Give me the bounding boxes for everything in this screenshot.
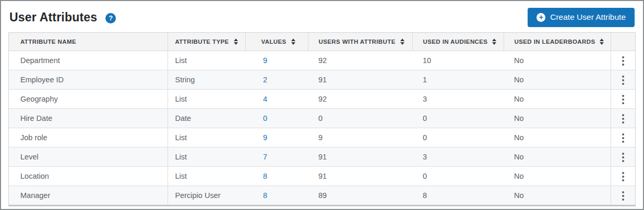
used-in-audiences-cell: 3: [412, 89, 504, 108]
users-with-attribute-cell: 91: [308, 70, 412, 89]
attribute-name-cell: Job role: [9, 128, 168, 147]
used-in-audiences-cell: 0: [412, 128, 504, 147]
table-row: Hire Date Date 0 0 0 No: [9, 108, 635, 128]
attribute-name-cell: Department: [9, 51, 168, 70]
attribute-name-cell: Level: [9, 147, 168, 166]
attribute-name-cell: Employee ID: [9, 70, 168, 89]
used-in-audiences-cell: 0: [412, 166, 504, 186]
used-in-leaderboards-cell: No: [504, 51, 611, 70]
attribute-name-cell: Hire Date: [9, 108, 168, 128]
used-in-audiences-cell: 0: [412, 108, 504, 128]
attribute-type-cell: String: [168, 70, 245, 89]
attribute-type-cell: List: [168, 147, 245, 166]
table-row: Department List 9 92 10 No: [9, 51, 635, 70]
column-header-attribute-type[interactable]: ATTRIBUTE TYPE: [168, 33, 245, 51]
sort-icon: [291, 39, 295, 45]
values-link[interactable]: 4: [263, 95, 267, 103]
attribute-type-cell: Percipio User: [168, 186, 245, 205]
values-link[interactable]: 7: [263, 153, 267, 161]
table-row: Level List 7 91 3 No: [9, 147, 635, 166]
users-with-attribute-cell: 9: [308, 128, 412, 147]
values-link[interactable]: 9: [263, 133, 267, 142]
table-row: Employee ID String 2 91 1 No: [9, 70, 635, 89]
users-with-attribute-cell: 92: [308, 51, 412, 70]
create-button-label: Create User Attribute: [550, 13, 626, 22]
attribute-name-cell: Manager: [9, 186, 168, 205]
users-with-attribute-cell: 92: [308, 89, 412, 108]
column-header-values[interactable]: VALUES: [245, 33, 308, 51]
values-link[interactable]: 9: [263, 56, 267, 65]
kebab-menu-icon[interactable]: [617, 130, 629, 146]
used-in-leaderboards-cell: No: [504, 166, 611, 186]
kebab-menu-icon[interactable]: [617, 188, 629, 204]
values-link[interactable]: 0: [263, 114, 267, 122]
used-in-audiences-cell: 10: [412, 51, 504, 70]
table-row: Manager Percipio User 8 89 8 No: [9, 186, 635, 205]
table-body: Department List 9 92 10 No Employee ID S…: [9, 51, 635, 205]
kebab-menu-icon[interactable]: [617, 169, 629, 184]
attribute-type-cell: Date: [168, 108, 245, 128]
used-in-audiences-cell: 8: [412, 186, 504, 205]
used-in-audiences-cell: 1: [412, 70, 504, 89]
used-in-audiences-cell: 3: [412, 147, 504, 166]
sort-icon: [400, 39, 404, 45]
attribute-type-cell: List: [168, 128, 245, 147]
used-in-leaderboards-cell: No: [504, 108, 611, 128]
kebab-menu-icon[interactable]: [617, 72, 629, 88]
table-row: Location List 8 91 0 No: [9, 166, 635, 186]
users-with-attribute-cell: 0: [308, 108, 412, 128]
attribute-type-cell: List: [168, 51, 245, 70]
used-in-leaderboards-cell: No: [504, 186, 611, 205]
page-title: User Attributes: [9, 10, 97, 24]
table-row: Geography List 4 92 3 No: [9, 89, 635, 108]
attribute-name-cell: Geography: [9, 89, 168, 108]
title-group: User Attributes ?: [9, 10, 116, 24]
kebab-menu-icon[interactable]: [617, 111, 629, 127]
attribute-name-cell: Location: [9, 166, 168, 186]
attribute-type-cell: List: [168, 89, 245, 108]
used-in-leaderboards-cell: No: [504, 89, 611, 108]
column-header-attribute-name: ATTRIBUTE NAME: [9, 33, 168, 51]
used-in-leaderboards-cell: No: [504, 147, 611, 166]
values-link[interactable]: 8: [263, 191, 267, 200]
column-header-used-in-leaderboards[interactable]: USED IN LEADERBOARDS: [504, 33, 611, 51]
kebab-menu-icon[interactable]: [617, 53, 629, 69]
page-header: User Attributes ? + Create User Attribut…: [9, 7, 635, 27]
plus-circle-icon: +: [536, 13, 545, 22]
column-header-actions: [611, 33, 635, 51]
values-link[interactable]: 2: [263, 76, 267, 84]
used-in-leaderboards-cell: No: [504, 70, 611, 89]
table-row: Job role List 9 9 0 No: [9, 128, 635, 147]
values-link[interactable]: 8: [263, 172, 267, 180]
column-header-used-in-audiences[interactable]: USED IN AUDIENCES: [412, 33, 504, 51]
help-icon[interactable]: ?: [105, 13, 116, 23]
attribute-type-cell: List: [168, 166, 245, 186]
column-header-users-with-attribute[interactable]: USERS WITH ATTRIBUTE: [308, 33, 412, 51]
table-header: ATTRIBUTE NAME ATTRIBUTE TYPE VALUES USE…: [9, 33, 635, 51]
user-attributes-page: User Attributes ? + Create User Attribut…: [1, 1, 643, 206]
users-with-attribute-cell: 91: [308, 147, 412, 166]
create-user-attribute-button[interactable]: + Create User Attribute: [528, 8, 635, 27]
used-in-leaderboards-cell: No: [504, 128, 611, 147]
kebab-menu-icon[interactable]: [617, 150, 629, 165]
sort-icon: [492, 39, 496, 45]
sort-icon: [234, 39, 238, 45]
users-with-attribute-cell: 91: [308, 166, 412, 186]
user-attributes-table: ATTRIBUTE NAME ATTRIBUTE TYPE VALUES USE…: [8, 32, 636, 206]
users-with-attribute-cell: 89: [308, 186, 412, 205]
kebab-menu-icon[interactable]: [617, 92, 629, 107]
sort-icon: [600, 39, 604, 45]
